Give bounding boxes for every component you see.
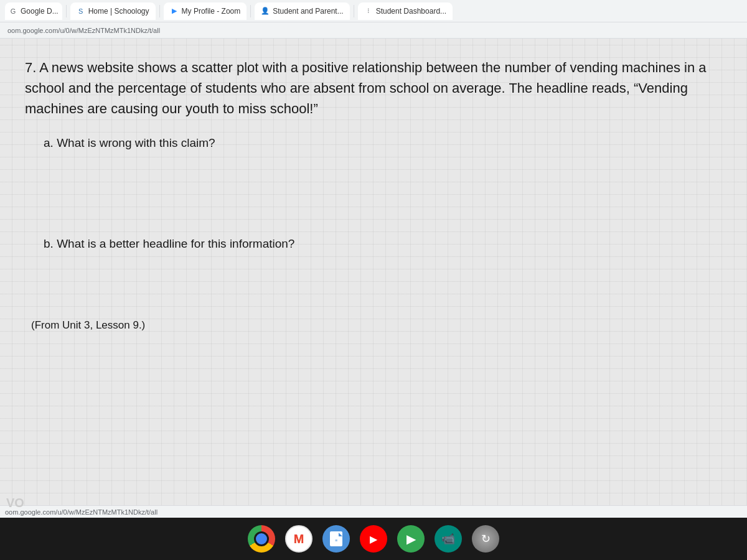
zoom-icon: ▶: [170, 7, 179, 16]
sub-b-text: What is a better headline for this infor…: [57, 237, 294, 250]
browser-tab-bar: G Google D... S Home | Schoology ▶ My Pr…: [0, 0, 747, 22]
question-body: A news website shows a scatter plot with…: [25, 60, 707, 116]
question-number: 7.: [25, 60, 39, 75]
tab-schoology[interactable]: S Home | Schoology: [70, 2, 156, 20]
tab-dashboard-label: Student Dashboard...: [376, 7, 446, 16]
taskbar-youtube-icon[interactable]: ▶: [360, 525, 387, 553]
url-bar: oom.google.com/u/0/w/MzEzNTMzMTk1NDkz/t/…: [0, 22, 747, 39]
taskbar-docs-icon[interactable]: ≡: [322, 525, 350, 553]
tab-student-parent[interactable]: 👤 Student and Parent...: [255, 2, 349, 20]
taskbar-meet-icon[interactable]: 📹: [435, 525, 462, 553]
taskbar-play-icon[interactable]: ▶: [397, 525, 425, 553]
sub-a-label: a.: [44, 136, 57, 149]
tab-parent-label: Student and Parent...: [273, 7, 343, 16]
tab-sep-2: [159, 5, 160, 17]
sub-a-text: What is wrong with this claim?: [57, 136, 215, 149]
tab-google-d-label: Google D...: [21, 7, 59, 16]
parent-icon: 👤: [261, 7, 270, 16]
sub-question-b: b. What is a better headline for this in…: [44, 237, 722, 251]
tab-student-dashboard[interactable]: ⁝ Student Dashboard...: [358, 2, 453, 20]
browser-status-bar: oom.google.com/u/0/w/MzEzNTMzMTk1NDkz/t/…: [0, 505, 747, 518]
tab-google-d[interactable]: G Google D...: [5, 2, 62, 20]
taskbar-chrome-icon[interactable]: [248, 525, 275, 553]
youtube-play-icon: ▶: [370, 533, 377, 545]
question-7-text: 7. A news website shows a scatter plot w…: [25, 57, 722, 119]
status-url: oom.google.com/u/0/w/MzEzNTMzMTk1NDkz/t/…: [5, 508, 157, 516]
question-block: 7. A news website shows a scatter plot w…: [25, 57, 722, 332]
sub-question-a: a. What is wrong with this claim?: [44, 136, 722, 150]
tab-sep-3: [250, 5, 251, 17]
meet-camera-icon: 📹: [441, 532, 455, 546]
answer-area-b: [44, 263, 722, 301]
schoology-icon: S: [77, 7, 85, 16]
tab-schoology-label: Home | Schoology: [88, 7, 149, 16]
taskbar-gmail-icon[interactable]: M: [285, 525, 312, 553]
tab-sep-4: [354, 5, 354, 17]
url-text: oom.google.com/u/0/w/MzEzNTMzMTk1NDkz/t/…: [7, 27, 160, 34]
tab-sep-1: [66, 5, 67, 17]
taskbar: M ≡ ▶ ▶ 📹 ↻: [0, 518, 747, 560]
from-unit-label: (From Unit 3, Lesson 9.): [31, 319, 722, 332]
tab-zoom-label: My Profile - Zoom: [182, 7, 241, 16]
dashboard-icon: ⁝: [364, 7, 373, 16]
gmail-letter: M: [294, 532, 304, 546]
docs-page-icon: ≡: [330, 531, 342, 546]
corner-vo-label: VO: [6, 496, 24, 510]
sub-b-label: b.: [44, 237, 57, 250]
main-content: 7. A news website shows a scatter plot w…: [0, 39, 747, 505]
refresh-icon: ↻: [481, 532, 491, 546]
answer-area-a: [44, 162, 722, 218]
tab-my-profile-zoom[interactable]: ▶ My Profile - Zoom: [164, 2, 247, 20]
taskbar-settings-icon[interactable]: ↻: [472, 525, 499, 553]
play-triangle-icon: ▶: [406, 531, 416, 546]
google-d-icon: G: [9, 7, 17, 16]
